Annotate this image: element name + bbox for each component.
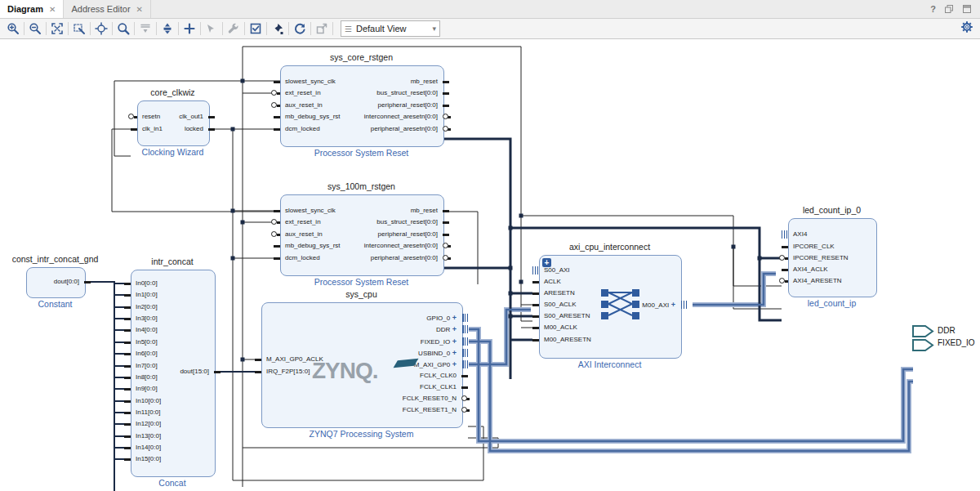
expand-interface-icon[interactable]: + — [450, 314, 457, 322]
port-sys_100m_rstgen-peripheral_reset[0:0][interactable]: peripheral_reset[0:0] — [285, 230, 438, 239]
port-intr_concat-In10[0:0][interactable]: In10[0:0] — [136, 397, 209, 405]
port-axi_cpu_interconnect-M00_ACLK-pin[interactable] — [532, 327, 539, 329]
port-sys_100m_rstgen-bus_struct_reset[0:0]-pin[interactable] — [443, 221, 449, 224]
port-sys_100m_rstgen-interconnect_aresetn[0:0][interactable]: interconnect_aresetn[0:0] — [285, 242, 438, 250]
port-sys_core_rstgen-mb_reset[interactable]: mb_reset — [285, 78, 438, 86]
port-sys_cpu-FCLK_CLK1[interactable]: FCLK_CLK1 — [266, 383, 457, 391]
port-led_count_ip_0-IPCORE_CLK-pin[interactable] — [782, 246, 788, 248]
port-intr_concat-In6[0:0][interactable]: In6[0:0] — [136, 350, 209, 358]
port-sys_core_rstgen-peripheral_reset[0:0][interactable]: peripheral_reset[0:0] — [285, 101, 438, 109]
port-intr_concat-In5[0:0][interactable]: In5[0:0] — [136, 338, 209, 346]
port-sys_100m_rstgen-ext_reset_in-pin[interactable] — [277, 221, 280, 224]
port-sys_core_rstgen-dcm_locked-pin[interactable] — [274, 128, 280, 131]
port-sys_core_rstgen-bus_struct_reset[0:0]-pin[interactable] — [443, 92, 449, 95]
port-intr_concat-In12[0:0][interactable]: In12[0:0] — [136, 420, 209, 428]
external-port-ddr-shape[interactable] — [913, 326, 933, 337]
port-intr_concat-In5[0:0]-pin[interactable] — [124, 341, 131, 344]
port-sys_cpu-GPIO_0-pin[interactable] — [462, 314, 468, 322]
port-intr_concat-In2[0:0][interactable]: In2[0:0] — [136, 303, 209, 311]
external-port-fixed-io-shape[interactable] — [913, 340, 933, 350]
toolbar-mark-debug-button[interactable] — [268, 20, 287, 38]
port-intr_concat-In15[0:0]-pin[interactable] — [124, 458, 131, 461]
port-sys_cpu-DDR-pin[interactable] — [462, 325, 468, 333]
port-core_clkwiz-clk_out1-pin[interactable] — [208, 116, 215, 118]
toolbar-regenerate-layout-button[interactable] — [290, 20, 310, 38]
port-sys_cpu-DDR[interactable]: DDR + — [266, 325, 457, 333]
port-led_count_ip_0-IPCORE_RESETN[interactable]: IPCORE_RESETN — [793, 254, 871, 262]
expand-interface-icon[interactable]: + — [450, 337, 457, 346]
port-axi_cpu_interconnect-M00_AXI-pin[interactable] — [681, 301, 687, 309]
view-selector-dropdown[interactable]: ☰ Default View ▾ — [341, 20, 440, 37]
port-intr_concat-In13[0:0]-pin[interactable] — [124, 435, 131, 438]
toolbar-collapse-hierarchy-button[interactable] — [136, 20, 155, 38]
toolbar-expand-hierarchy-button[interactable] — [158, 20, 177, 38]
port-intr_concat-dout[15:0]-pin[interactable] — [214, 371, 220, 373]
port-axi_cpu_interconnect-M00_ARESETN-pin[interactable] — [532, 339, 539, 341]
port-sys_100m_rstgen-bus_struct_reset[0:0][interactable]: bus_struct_reset[0:0] — [285, 218, 438, 226]
port-led_count_ip_0-IPCORE_CLK[interactable]: IPCORE_CLK — [793, 243, 871, 251]
port-const_intr_concat_gnd-dout[0:0][interactable]: dout[0:0] — [31, 278, 79, 286]
toolbar-add-ip-button[interactable] — [180, 20, 199, 38]
toolbar-make-external-button[interactable] — [312, 20, 332, 38]
external-port-ddr-label[interactable]: DDR — [938, 326, 956, 335]
port-intr_concat-In3[0:0]-pin[interactable] — [124, 318, 131, 320]
maximize-window-icon[interactable] — [962, 4, 972, 14]
toolbar-designer-assistance-button[interactable] — [202, 20, 221, 38]
port-sys_cpu-USBIND_0[interactable]: USBIND_0 + — [266, 349, 457, 357]
port-axi_cpu_interconnect-S00_AXI-pin[interactable] — [532, 266, 538, 275]
expand-interface-icon[interactable]: + — [450, 360, 457, 368]
tab-diagram[interactable]: Diagram ✕ — [0, 0, 64, 18]
toolbar-auto-fit-selection-button[interactable] — [91, 20, 111, 38]
port-sys_cpu-FCLK_CLK1-pin[interactable] — [461, 386, 468, 389]
port-sys_core_rstgen-ext_reset_in-pin[interactable] — [277, 92, 280, 95]
port-led_count_ip_0-AXI4_ACLK-pin[interactable] — [782, 269, 788, 271]
port-core_clkwiz-clk_out1[interactable]: clk_out1 — [142, 113, 203, 121]
port-core_clkwiz-resetn-pin[interactable] — [134, 116, 137, 118]
port-sys_core_rstgen-bus_struct_reset[0:0][interactable]: bus_struct_reset[0:0] — [285, 89, 438, 97]
port-axi_cpu_interconnect-M00_ARESETN[interactable]: M00_ARESETN — [544, 336, 675, 344]
port-sys_cpu-FCLK_RESET1_N[interactable]: FCLK_RESET1_N — [266, 406, 457, 414]
toolbar-zoom-out-button[interactable] — [25, 20, 45, 38]
port-intr_concat-In8[0:0]-pin[interactable] — [124, 377, 131, 379]
port-intr_concat-In7[0:0]-pin[interactable] — [124, 365, 131, 368]
port-sys_cpu-GPIO_0[interactable]: GPIO_0 + — [266, 314, 457, 322]
port-sys_cpu-IRQ_F2P[15:0]-pin[interactable] — [255, 371, 261, 373]
port-led_count_ip_0-AXI4_ARESETN-pin[interactable] — [785, 280, 788, 283]
port-axi_cpu_interconnect-ACLK-pin[interactable] — [532, 281, 539, 283]
port-led_count_ip_0-AXI4_ACLK[interactable]: AXI4_ACLK — [793, 266, 871, 274]
diagram-settings-button[interactable] — [960, 20, 973, 37]
port-intr_concat-In10[0:0]-pin[interactable] — [124, 400, 131, 403]
port-sys_cpu-USBIND_0-pin[interactable] — [462, 349, 468, 357]
port-sys_core_rstgen-peripheral_reset[0:0]-pin[interactable] — [443, 105, 449, 107]
port-led_count_ip_0-AXI4[interactable]: AXI4 — [793, 230, 871, 239]
port-core_clkwiz-locked[interactable]: locked — [142, 125, 203, 133]
port-sys_core_rstgen-slowest_sync_clk-pin[interactable] — [274, 81, 280, 83]
port-sys_cpu-FIXED_IO[interactable]: FIXED_IO + — [266, 337, 457, 346]
port-intr_concat-In4[0:0]-pin[interactable] — [124, 329, 131, 332]
port-sys_core_rstgen-peripheral_aresetn[0:0][interactable]: peripheral_aresetn[0:0] — [285, 125, 438, 133]
expand-interface-icon[interactable]: + — [669, 301, 675, 309]
port-sys_100m_rstgen-aux_reset_in-pin[interactable] — [277, 234, 280, 236]
port-intr_concat-In14[0:0]-pin[interactable] — [124, 447, 131, 449]
port-core_clkwiz-locked-pin[interactable] — [208, 128, 215, 131]
port-sys_cpu-FIXED_IO-pin[interactable] — [462, 337, 468, 346]
expand-interface-icon[interactable]: + — [450, 349, 457, 357]
port-intr_concat-In1[0:0][interactable]: In1[0:0] — [136, 291, 209, 299]
toolbar-zoom-in-button[interactable] — [3, 20, 23, 38]
port-intr_concat-In0[0:0][interactable]: In0[0:0] — [136, 279, 209, 288]
port-sys_100m_rstgen-peripheral_aresetn[0:0][interactable]: peripheral_aresetn[0:0] — [285, 254, 438, 262]
help-icon[interactable]: ? — [930, 4, 936, 14]
port-axi_cpu_interconnect-S00_ARESETN-pin[interactable] — [532, 315, 539, 318]
port-intr_concat-In1[0:0]-pin[interactable] — [124, 294, 131, 297]
port-sys_core_rstgen-aux_reset_in-pin[interactable] — [277, 105, 280, 107]
block-core_clkwiz[interactable] — [137, 100, 210, 146]
port-sys_100m_rstgen-mb_debug_sys_rst-pin[interactable] — [274, 245, 280, 248]
port-sys_100m_rstgen-mb_reset[interactable]: mb_reset — [285, 207, 438, 215]
float-window-icon[interactable] — [944, 4, 954, 14]
port-intr_concat-In4[0:0][interactable]: In4[0:0] — [136, 326, 209, 334]
toolbar-zoom-fit-button[interactable] — [47, 20, 67, 38]
port-core_clkwiz-clk_in1-pin[interactable] — [131, 128, 137, 131]
port-intr_concat-In12[0:0]-pin[interactable] — [124, 423, 131, 426]
toolbar-search-button[interactable] — [114, 20, 133, 38]
port-sys_cpu-M_AXI_GP0_ACLK-pin[interactable] — [255, 359, 261, 361]
